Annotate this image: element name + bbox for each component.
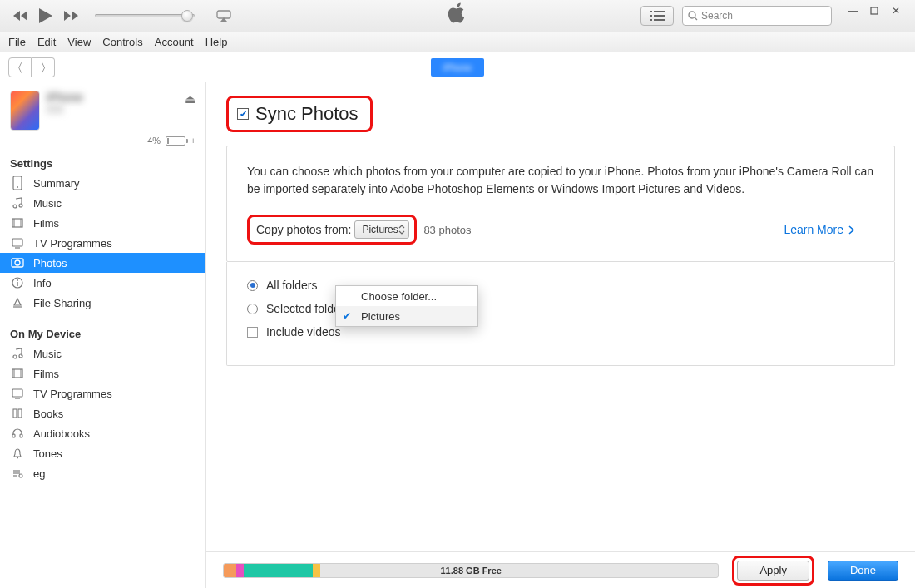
check-icon: ✔ bbox=[343, 310, 351, 322]
back-button[interactable]: 〈 bbox=[8, 57, 32, 77]
menu-view[interactable]: View bbox=[67, 36, 91, 48]
radio-icon bbox=[247, 304, 258, 314]
sync-photos-title: Sync Photos bbox=[255, 103, 359, 125]
storage-bar: 11.88 GB Free bbox=[223, 563, 719, 578]
copy-photos-highlight: Copy photos from: Pictures bbox=[247, 215, 417, 245]
forward-button[interactable]: 〉 bbox=[32, 57, 55, 77]
sidebar-item-label: Music bbox=[33, 348, 62, 360]
sidebar-item-music[interactable]: Music bbox=[0, 193, 205, 213]
svg-rect-6 bbox=[654, 19, 665, 21]
secondary-toolbar: 〈 〉 iPhone bbox=[0, 52, 915, 82]
music-icon bbox=[10, 195, 25, 210]
films-icon bbox=[10, 215, 25, 230]
svg-rect-3 bbox=[650, 15, 652, 17]
device-header[interactable]: iPhone iOS ⏏ bbox=[0, 82, 205, 136]
audiobooks-icon bbox=[10, 426, 25, 441]
sidebar-item-label: Films bbox=[33, 368, 59, 380]
copy-photos-dropdown[interactable]: Pictures bbox=[354, 220, 409, 239]
sidebar-item-summary[interactable]: Summary bbox=[0, 173, 205, 193]
next-button[interactable] bbox=[60, 5, 82, 27]
menu-account[interactable]: Account bbox=[155, 36, 194, 48]
sidebar-item-label: Films bbox=[33, 217, 59, 230]
window-minimize-button[interactable]: — bbox=[845, 5, 860, 17]
option-include-videos[interactable]: Include videos bbox=[247, 325, 874, 338]
sidebar-item-device-tones[interactable]: Tones bbox=[0, 443, 205, 463]
sidebar-item-films[interactable]: Films bbox=[0, 213, 205, 233]
sidebar-item-label: Tones bbox=[33, 447, 62, 460]
svg-point-22 bbox=[17, 279, 18, 281]
learn-more-link[interactable]: Learn More bbox=[784, 223, 854, 236]
sidebar-item-filesharing[interactable]: File Sharing bbox=[0, 293, 205, 313]
done-button[interactable]: Done bbox=[828, 561, 898, 581]
svg-point-40 bbox=[19, 474, 22, 477]
device-thumbnail bbox=[10, 91, 40, 131]
sidebar-item-device-audiobooks[interactable]: Audiobooks bbox=[0, 423, 205, 443]
eject-icon[interactable]: ⏏ bbox=[185, 91, 195, 106]
sidebar-item-photos[interactable]: Photos bbox=[0, 253, 205, 273]
sidebar-item-info[interactable]: Info bbox=[0, 273, 205, 293]
photos-icon bbox=[10, 255, 25, 270]
sidebar-item-device-films[interactable]: Films bbox=[0, 363, 205, 383]
device-pill[interactable]: iPhone bbox=[431, 58, 484, 77]
device-name: iPhone bbox=[47, 91, 178, 104]
dropdown-value: Pictures bbox=[362, 224, 398, 235]
volume-slider[interactable] bbox=[95, 14, 195, 17]
storage-seg-orange bbox=[224, 564, 236, 577]
tv-icon bbox=[10, 235, 25, 250]
charging-icon: + bbox=[190, 136, 195, 146]
books-icon bbox=[10, 406, 25, 421]
menu-file[interactable]: File bbox=[8, 36, 26, 48]
option-label: All folders bbox=[266, 279, 317, 292]
sidebar-item-label: TV Programmes bbox=[33, 237, 112, 250]
svg-rect-33 bbox=[18, 409, 22, 418]
chevron-right-icon bbox=[848, 225, 854, 235]
svg-rect-9 bbox=[871, 7, 878, 14]
flyout-pictures[interactable]: ✔Pictures bbox=[336, 306, 477, 326]
playlist-icon bbox=[10, 466, 25, 481]
sidebar-item-tv[interactable]: TV Programmes bbox=[0, 233, 205, 253]
checkbox-icon bbox=[247, 327, 258, 338]
previous-button[interactable] bbox=[10, 5, 32, 27]
window-maximize-button[interactable] bbox=[867, 5, 882, 17]
airplay-icon[interactable] bbox=[213, 5, 235, 27]
sidebar-item-label: Audiobooks bbox=[33, 427, 90, 440]
apple-logo-icon bbox=[448, 2, 467, 30]
sidebar-item-device-books[interactable]: Books bbox=[0, 403, 205, 423]
chevron-updown-icon bbox=[398, 225, 405, 235]
copy-photos-flyout: Choose folder... ✔Pictures bbox=[335, 285, 478, 327]
search-input[interactable]: Search bbox=[682, 6, 832, 26]
window-close-button[interactable]: ✕ bbox=[888, 5, 903, 17]
sidebar-item-label: File Sharing bbox=[33, 297, 91, 309]
storage-seg-yellow bbox=[313, 564, 320, 577]
menubar: File Edit View Controls Account Help bbox=[0, 32, 915, 52]
storage-seg-pink bbox=[236, 564, 244, 577]
volume-thumb[interactable] bbox=[181, 10, 193, 22]
search-icon bbox=[688, 11, 698, 21]
svg-rect-1 bbox=[650, 11, 652, 12]
filesharing-icon bbox=[10, 295, 25, 310]
summary-icon bbox=[10, 175, 25, 190]
sidebar-header-settings: Settings bbox=[0, 154, 205, 173]
menu-edit[interactable]: Edit bbox=[37, 36, 56, 48]
sidebar-item-label: Books bbox=[33, 408, 63, 420]
battery-percent: 4% bbox=[147, 136, 161, 146]
tv-icon bbox=[10, 386, 25, 401]
footer: 11.88 GB Free Apply Done bbox=[206, 551, 915, 588]
sidebar-item-device-music[interactable]: Music bbox=[0, 343, 205, 363]
top-toolbar: Search — ✕ bbox=[0, 0, 915, 32]
sidebar-header-device: On My Device bbox=[0, 324, 205, 343]
sidebar-item-device-eg[interactable]: eg bbox=[0, 463, 205, 483]
menu-controls[interactable]: Controls bbox=[102, 36, 142, 48]
menu-help[interactable]: Help bbox=[205, 36, 228, 48]
music-icon bbox=[10, 346, 25, 361]
photo-count: 83 photos bbox=[423, 224, 471, 236]
svg-point-11 bbox=[17, 186, 18, 188]
flyout-choose-folder[interactable]: Choose folder... bbox=[336, 286, 477, 306]
play-button[interactable] bbox=[37, 7, 55, 25]
list-view-button[interactable] bbox=[640, 6, 674, 26]
copy-photos-label: Copy photos from: bbox=[256, 223, 351, 236]
apply-button[interactable]: Apply bbox=[737, 561, 809, 581]
svg-line-8 bbox=[695, 17, 697, 20]
sync-photos-checkbox[interactable]: ✔ bbox=[237, 108, 249, 120]
sidebar-item-device-tv[interactable]: TV Programmes bbox=[0, 383, 205, 403]
